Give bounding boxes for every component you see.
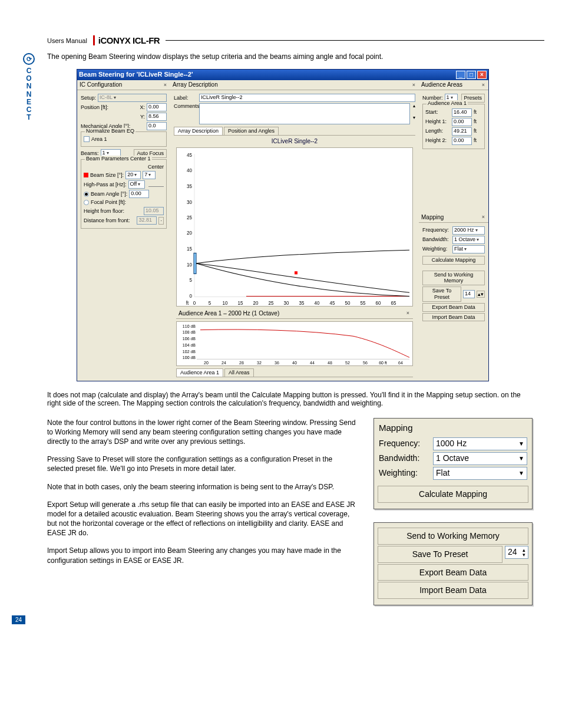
panel-close-icon[interactable]: × <box>163 82 168 88</box>
bandwidth-select[interactable]: 1 Octave <box>452 236 485 244</box>
svg-text:40: 40 <box>292 361 297 365</box>
height1-input[interactable]: 0.00 <box>452 118 472 126</box>
label-label: Label: <box>174 95 197 101</box>
normalize-beam-eq-group: Normalize Beam EQ Area 1 <box>81 131 167 147</box>
preset-spinner[interactable]: ▴▾ <box>477 291 485 298</box>
body-para-5: Export Setup will generate a .rhs setup … <box>47 500 356 538</box>
svg-text:45: 45 <box>187 153 192 158</box>
tab-array-description[interactable]: Array Description <box>174 127 223 135</box>
svg-text:0: 0 <box>190 293 193 298</box>
zoom-export-beam-data-button[interactable]: Export Beam Data <box>378 564 528 581</box>
beam-angle-input[interactable]: 0.00 <box>129 190 149 198</box>
svg-text:0: 0 <box>193 301 196 306</box>
highpass-select[interactable]: Off <box>128 180 145 189</box>
svg-text:30: 30 <box>187 200 192 205</box>
svg-text:64: 64 <box>398 361 403 365</box>
mapping-header: Mapping × <box>419 213 488 223</box>
save-to-preset-button[interactable]: Save To Preset <box>422 286 461 302</box>
import-beam-data-button[interactable]: Import Beam Data <box>422 313 485 322</box>
chevron-down-icon: ▼ <box>518 454 524 463</box>
calculate-mapping-button[interactable]: Calculate Mapping <box>422 256 485 265</box>
svg-text:32: 32 <box>257 361 262 365</box>
position-y-input[interactable]: 8.56 <box>147 113 167 121</box>
beamsize-1-select[interactable]: 20 <box>125 171 141 179</box>
zoom-buttons-panel: Send to Working Memory Save To Preset 24… <box>373 522 533 606</box>
panel-close-icon[interactable]: × <box>405 310 411 317</box>
close-icon[interactable]: × <box>477 71 487 79</box>
window-title: Beam Steering for 'ICLiveR Single--2' <box>79 71 455 78</box>
position-label: Position [ft]: <box>81 104 138 111</box>
ic-config-header: IC Configuration × <box>77 80 170 90</box>
maximize-icon[interactable]: □ <box>467 71 476 79</box>
highpass-slider[interactable] <box>148 182 164 187</box>
comments-label: Comments: <box>174 103 197 110</box>
zoom-frequency-select[interactable]: 1000 Hz▼ <box>433 437 527 450</box>
svg-text:102 dB: 102 dB <box>183 349 196 353</box>
audience-area-1-group: Audience Area 1 Start:16.40ft Height 1:0… <box>422 104 485 149</box>
preset-number-input[interactable]: 14 <box>463 290 475 298</box>
beamsize-label: Beam Size [°]: <box>90 172 124 179</box>
page-number: 24 <box>12 615 25 624</box>
panel-close-icon[interactable]: × <box>481 214 486 220</box>
svg-text:20: 20 <box>187 230 192 236</box>
zoom-bandwidth-label: Bandwidth: <box>379 453 429 464</box>
zoom-mapping-title: Mapping <box>379 422 527 434</box>
svg-text:10: 10 <box>223 301 228 306</box>
weighting-select[interactable]: Flat <box>452 245 485 253</box>
audience-areas-header: Audience Areas × <box>419 80 488 90</box>
send-working-memory-button[interactable]: Send to Working Memory <box>422 271 485 286</box>
svg-text:106 dB: 106 dB <box>183 337 196 341</box>
distance-spinner[interactable]: · <box>158 217 164 225</box>
beamsize-2-select[interactable]: 7 <box>143 171 156 179</box>
height2-input[interactable]: 0.00 <box>452 137 472 145</box>
zoom-weighting-select[interactable]: Flat▼ <box>433 467 527 480</box>
svg-text:40: 40 <box>187 168 192 173</box>
highpass-label: High-Pass at [Hz]: <box>84 182 127 188</box>
frequency-select[interactable]: 2000 Hz <box>452 226 485 235</box>
length-input[interactable]: 49.21 <box>452 127 472 136</box>
tab-all-areas[interactable]: All Areas <box>224 368 254 377</box>
beam-angle-label: Beam Angle [°]: <box>91 191 127 197</box>
area1-checkbox[interactable] <box>84 136 90 142</box>
focal-point-label: Focal Point [ft]: <box>91 199 126 206</box>
minimize-icon[interactable]: _ <box>456 71 465 79</box>
export-beam-data-button[interactable]: Export Beam Data <box>422 303 485 312</box>
svg-text:5: 5 <box>190 277 193 282</box>
zoom-preset-number-input[interactable]: 24▴▾ <box>505 546 528 559</box>
panel-close-icon[interactable]: × <box>481 82 486 88</box>
tab-position-angles[interactable]: Position and Angles <box>224 127 279 135</box>
start-input[interactable]: 16.40 <box>452 108 472 117</box>
svg-text:104 dB: 104 dB <box>183 343 196 347</box>
tab-audience-area-1[interactable]: Audience Area 1 <box>176 368 223 377</box>
svg-text:20: 20 <box>253 301 259 306</box>
chart-title: ICLiveR Single--2 <box>174 138 415 145</box>
focal-point-radio[interactable] <box>84 200 89 205</box>
y-label: Y: <box>140 114 145 120</box>
mechanical-angle-input[interactable]: 0.0 <box>147 122 167 130</box>
beam-angle-radio[interactable] <box>84 192 89 197</box>
connect-icon: ⟳ <box>23 53 35 65</box>
svg-text:35: 35 <box>299 301 305 306</box>
comments-input[interactable] <box>199 103 410 124</box>
setup-label: Setup: <box>81 95 96 101</box>
zoom-bandwidth-select[interactable]: 1 Octave▼ <box>433 452 527 465</box>
position-x-input[interactable]: 0.00 <box>147 103 167 111</box>
zoom-send-working-memory-button[interactable]: Send to Working Memory <box>378 528 528 545</box>
zoom-calculate-mapping-button[interactable]: Calculate Mapping <box>378 486 528 503</box>
svg-text:55: 55 <box>361 301 366 306</box>
scroll-down-icon[interactable]: ▾ <box>413 115 415 121</box>
label-input[interactable]: ICLiveR Single--2 <box>199 94 415 102</box>
svg-text:15: 15 <box>238 301 243 306</box>
svg-text:35: 35 <box>187 184 192 189</box>
setup-select[interactable]: IC-8L <box>98 94 167 102</box>
svg-text:65: 65 <box>391 301 396 306</box>
scroll-up-icon[interactable]: ▴ <box>413 103 415 109</box>
height-from-floor-label: Height from floor: <box>84 208 142 215</box>
svg-text:108 dB: 108 dB <box>183 330 196 334</box>
window-titlebar[interactable]: Beam Steering for 'ICLiveR Single--2' _ … <box>77 70 488 80</box>
svg-text:ft: ft <box>186 301 189 306</box>
zoom-save-to-preset-button[interactable]: Save To Preset <box>378 546 503 563</box>
panel-close-icon[interactable]: × <box>411 82 416 88</box>
svg-text:60: 60 <box>376 301 381 306</box>
zoom-import-beam-data-button[interactable]: Import Beam Data <box>378 582 528 599</box>
